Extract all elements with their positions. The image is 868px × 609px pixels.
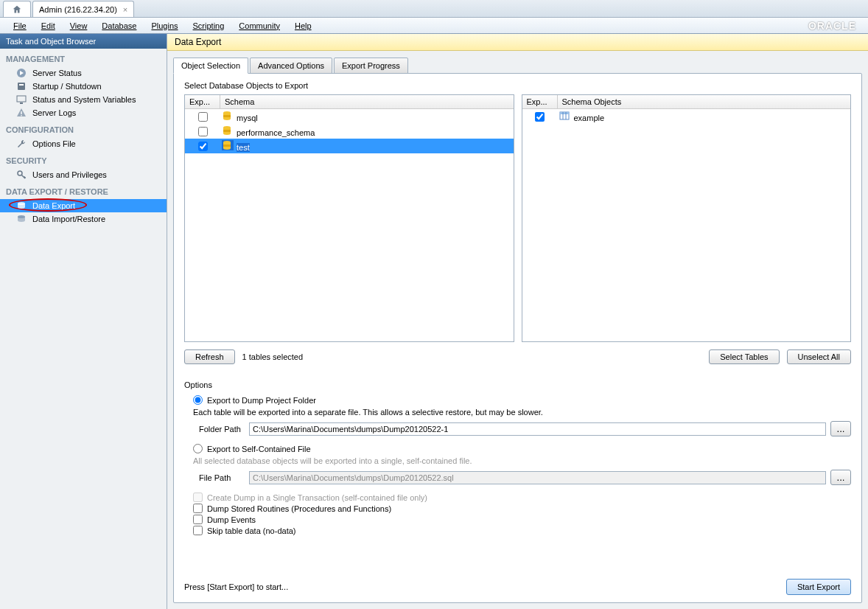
svg-rect-4 [20, 102, 23, 104]
schema-list-header: Exp... Schema [185, 95, 514, 109]
server-icon [16, 81, 27, 91]
folder-path-input[interactable] [249, 422, 826, 436]
unselect-all-button[interactable]: Unselect All [787, 349, 851, 364]
sidebar-item-options-file[interactable]: Options File [0, 137, 167, 150]
schema-list: Exp... Schema mysqlperformance_schemates… [184, 94, 514, 342]
sidebar-item-status-vars[interactable]: Status and System Variables [0, 93, 167, 106]
admin-tab[interactable]: Admin (216.22.34.20) × [32, 1, 134, 17]
refresh-button[interactable]: Refresh [184, 349, 235, 364]
file-path-label: File Path [199, 473, 245, 482]
schema-row-checkbox[interactable] [198, 127, 208, 136]
home-icon [12, 4, 22, 15]
schema-row-checkbox[interactable] [198, 142, 208, 151]
import-icon [16, 214, 27, 224]
browse-file-button[interactable]: ... [830, 470, 851, 485]
schema-row[interactable]: test [185, 139, 514, 153]
database-icon [222, 140, 234, 150]
play-icon [16, 68, 27, 78]
col-schema-objects[interactable]: Schema Objects [558, 95, 851, 108]
radio-export-file-label: Export to Self-Contained File [207, 445, 311, 453]
sidebar-item-data-import-restore[interactable]: Data Import/Restore [0, 212, 167, 226]
col-export[interactable]: Exp... [185, 95, 220, 108]
schema-row-checkbox[interactable] [198, 112, 208, 122]
schema-name: performance_schema [237, 128, 315, 137]
top-tab-bar: Admin (216.22.34.20) × [0, 0, 868, 18]
home-tab[interactable] [3, 1, 31, 17]
check-dump-events[interactable] [193, 515, 203, 524]
close-icon[interactable]: × [123, 5, 127, 14]
col-export[interactable]: Exp... [522, 95, 558, 108]
footer-text: Press [Start Export] to start... [184, 582, 288, 591]
section-security: SECURITY [0, 150, 167, 168]
check-skip-table-data-label: Skip table data (no-data) [207, 526, 295, 535]
object-row-checkbox[interactable] [535, 112, 545, 122]
tab-advanced-options[interactable]: Advanced Options [250, 58, 332, 74]
admin-tab-label: Admin (216.22.34.20) [39, 5, 117, 14]
export-folder-desc: Each table will be exported into a separ… [193, 408, 851, 417]
tab-content: Select Database Objects to Export Exp...… [173, 73, 862, 603]
sidebar-item-label: Startup / Shutdown [32, 82, 102, 91]
radio-export-file[interactable] [193, 444, 203, 453]
col-schema[interactable]: Schema [220, 95, 514, 108]
svg-rect-2 [19, 84, 24, 86]
sidebar-item-label: Server Status [32, 69, 82, 77]
database-icon [222, 125, 234, 136]
menu-database[interactable]: Database [94, 19, 144, 32]
check-stored-routines-label: Dump Stored Routines (Procedures and Fun… [207, 504, 391, 513]
schema-name: mysql [237, 114, 258, 122]
check-single-transaction-label: Create Dump in a Single Transaction (sel… [207, 493, 427, 502]
sidebar-item-server-status[interactable]: Server Status [0, 66, 167, 80]
database-icon [222, 111, 234, 121]
schema-row[interactable]: mysql [185, 109, 514, 124]
tab-row: Object Selection Advanced Options Export… [167, 51, 868, 73]
schema-row[interactable]: performance_schema [185, 124, 514, 139]
menu-help[interactable]: Help [287, 19, 319, 32]
svg-rect-5 [21, 111, 21, 114]
wrench-icon [16, 139, 27, 149]
options-title: Options [184, 380, 851, 389]
menu-file[interactable]: File [6, 19, 34, 32]
sidebar-item-data-export[interactable]: Data Export [0, 199, 167, 212]
sidebar-item-label: Server Logs [32, 108, 76, 117]
menu-edit[interactable]: Edit [34, 19, 63, 32]
browse-folder-button[interactable]: ... [830, 421, 851, 436]
section-data-export-restore: DATA EXPORT / RESTORE [0, 181, 167, 199]
sidebar: Task and Object Browser MANAGEMENT Serve… [0, 34, 167, 609]
content-area: Data Export Object Selection Advanced Op… [167, 34, 868, 609]
oracle-logo: ORACLE [808, 20, 862, 32]
check-stored-routines[interactable] [193, 504, 203, 513]
sidebar-item-users-privileges[interactable]: Users and Privileges [0, 168, 167, 181]
sidebar-item-startup-shutdown[interactable]: Startup / Shutdown [0, 80, 167, 93]
table-icon [559, 111, 571, 121]
sidebar-item-server-logs[interactable]: Server Logs [0, 106, 167, 119]
tab-object-selection[interactable]: Object Selection [173, 58, 248, 74]
menu-scripting[interactable]: Scripting [186, 19, 232, 32]
content-title: Data Export [167, 34, 868, 51]
svg-rect-1 [18, 83, 25, 90]
object-row[interactable]: example [522, 109, 851, 124]
sidebar-item-label: Status and System Variables [32, 95, 136, 104]
sidebar-title: Task and Object Browser [0, 34, 167, 49]
radio-export-folder[interactable] [193, 395, 203, 405]
menu-items: File Edit View Database Plugins Scriptin… [6, 19, 319, 32]
menu-view[interactable]: View [63, 19, 95, 32]
objects-list-header: Exp... Schema Objects [522, 95, 851, 109]
monitor-icon [16, 94, 27, 105]
check-skip-table-data[interactable] [193, 526, 203, 535]
sidebar-item-label: Options File [32, 139, 76, 148]
menu-plugins[interactable]: Plugins [144, 19, 185, 32]
start-export-button[interactable]: Start Export [786, 579, 851, 595]
tab-export-progress[interactable]: Export Progress [334, 58, 408, 74]
radio-export-folder-label: Export to Dump Project Folder [207, 396, 316, 405]
instruction-text: Select Database Objects to Export [184, 81, 851, 90]
file-path-input [249, 471, 826, 484]
menu-bar: File Edit View Database Plugins Scriptin… [0, 18, 868, 34]
folder-path-label: Folder Path [199, 425, 245, 434]
menu-community[interactable]: Community [231, 19, 287, 32]
svg-rect-14 [560, 112, 569, 114]
svg-rect-3 [17, 96, 26, 102]
select-tables-button[interactable]: Select Tables [709, 349, 779, 364]
section-configuration: CONFIGURATION [0, 119, 167, 137]
check-dump-events-label: Dump Events [207, 515, 256, 524]
schema-name: test [237, 143, 250, 152]
